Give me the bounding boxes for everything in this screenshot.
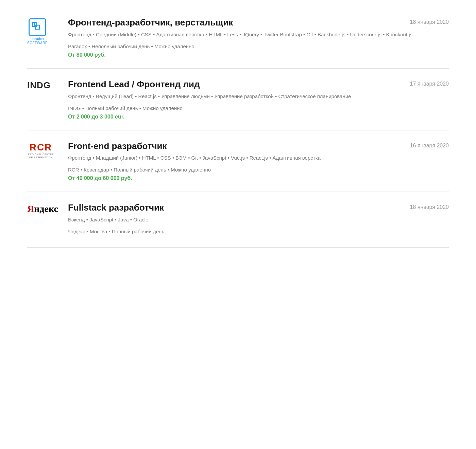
yandex-logo: Яндекс — [27, 203, 58, 214]
job-salary: От 40 000 до 60 000 руб. — [68, 175, 449, 181]
job-title[interactable]: Fullstack разработчик — [68, 202, 164, 214]
job-date: 17 января 2020 — [396, 79, 449, 87]
job-date: 18 января 2020 — [396, 17, 449, 25]
job-item[interactable]: ЯндексFullstack разработчик18 января 202… — [27, 192, 449, 248]
indg-logo: INDG — [27, 80, 51, 91]
job-meta: INDG • Полный рабочий день • Можно удале… — [68, 105, 449, 111]
job-header-1: Frontend Lead / Фронтенд лид17 января 20… — [68, 79, 449, 90]
job-logo-3: Яндекс — [27, 202, 58, 214]
job-tags: Бэкенд • JavaScript • Java • Oracle — [68, 216, 449, 224]
job-content-0: Фронтенд-разработчик, верстальщик18 янва… — [68, 17, 449, 58]
yandex-ya: Я — [27, 203, 34, 214]
job-list: paradoxSOFTWARE Фронтенд-разработчик, ве… — [27, 7, 449, 248]
job-header-3: Fullstack разработчик18 января 2020 — [68, 202, 449, 214]
job-item[interactable]: INDGFrontend Lead / Фронтенд лид17 январ… — [27, 69, 449, 130]
job-meta: Paradox • Неполный рабочий день • Можно … — [68, 43, 449, 49]
job-title[interactable]: Frontend Lead / Фронтенд лид — [68, 79, 200, 90]
job-salary: От 2 000 до 3 000 eur. — [68, 114, 449, 120]
svg-rect-1 — [35, 25, 39, 29]
rcr-logo: RCR REGIONAL CENTRE OF RESERVATION — [27, 142, 54, 160]
job-salary: От 80 000 руб. — [68, 52, 449, 58]
job-meta: RCR • Краснодар • Полный рабочий день • … — [68, 167, 449, 173]
job-header-2: Front-end разработчик16 января 2020 — [68, 141, 449, 152]
job-title[interactable]: Front-end разработчик — [68, 141, 167, 152]
job-date: 16 января 2020 — [396, 141, 449, 149]
job-logo-1: INDG — [27, 79, 58, 91]
job-content-2: Front-end разработчик16 января 2020Фронт… — [68, 141, 449, 182]
job-tags: Фронтенд • Младший (Junior) • HTML • CSS… — [68, 154, 449, 162]
job-content-1: Frontend Lead / Фронтенд лид17 января 20… — [68, 79, 449, 120]
job-logo-2: RCR REGIONAL CENTRE OF RESERVATION — [27, 141, 58, 160]
paradox-label: paradoxSOFTWARE — [27, 37, 48, 45]
job-date: 18 января 2020 — [396, 202, 449, 210]
job-tags: Фронтенд • Средний (Middle) • CSS • Адап… — [68, 31, 449, 39]
rcr-sub-text: REGIONAL CENTRE OF RESERVATION — [27, 153, 54, 160]
paradox-icon — [29, 18, 46, 36]
job-item[interactable]: RCR REGIONAL CENTRE OF RESERVATION Front… — [27, 130, 449, 192]
job-title[interactable]: Фронтенд-разработчик, верстальщик — [68, 17, 233, 29]
job-item[interactable]: paradoxSOFTWARE Фронтенд-разработчик, ве… — [27, 7, 449, 69]
paradox-svg-icon — [32, 22, 43, 33]
job-content-3: Fullstack разработчик18 января 2020Бэкен… — [68, 202, 449, 237]
job-header-0: Фронтенд-разработчик, верстальщик18 янва… — [68, 17, 449, 29]
job-tags: Фронтенд • Ведущий (Lead) • React.js • У… — [68, 92, 449, 101]
yandex-ndex: ндекс — [34, 203, 58, 214]
paradox-logo: paradoxSOFTWARE — [27, 18, 48, 45]
job-meta: Яндекс • Москва • Полный рабочий день — [68, 229, 449, 234]
rcr-main-text: RCR — [30, 142, 52, 153]
job-logo-0: paradoxSOFTWARE — [27, 17, 58, 45]
